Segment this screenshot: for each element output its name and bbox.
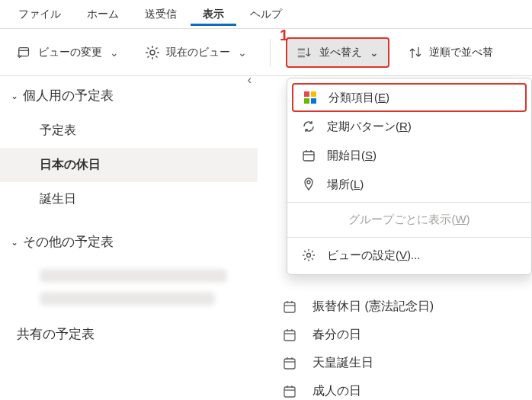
sort-label: 並べ替え — [319, 46, 362, 59]
dd-categories-label: 分類項目(E) — [328, 91, 389, 105]
calendar-icon — [282, 299, 297, 315]
svg-rect-25 — [284, 387, 295, 397]
svg-line-7 — [155, 56, 157, 57]
chevron-down-icon: ⌄ — [110, 46, 119, 59]
calendar-item[interactable]: 日本の休日 — [0, 148, 258, 182]
ribbon-separator — [270, 39, 271, 66]
dd-startdate-label: 開始日(S) — [327, 149, 377, 163]
ribbon: ビューの変更 ⌄ 現在のビュー ⌄ 並べ替え ⌄ 逆順で並べ替 — [0, 29, 532, 76]
svg-line-9 — [155, 47, 157, 49]
svg-rect-11 — [298, 52, 305, 54]
calendar-item[interactable]: 誕生日 — [0, 182, 258, 216]
svg-line-46 — [312, 251, 313, 252]
svg-point-1 — [150, 50, 155, 55]
event-title: 天皇誕生日 — [312, 355, 373, 371]
calendar-icon — [282, 328, 297, 343]
gear-icon — [301, 248, 316, 263]
chevron-down-icon: ⌄ — [11, 91, 18, 101]
menubar: ファイル ホーム 送受信 表示 ヘルプ — [0, 0, 532, 29]
sidebar: ‹ ⌄ 個人用の予定表 予定表 日本の休日 誕生日 ⌄ その他の予定表 共有の予… — [0, 76, 258, 352]
sort-icon — [296, 45, 312, 60]
calendar-icon — [282, 384, 297, 399]
menu-sendrecv[interactable]: 送受信 — [133, 3, 189, 26]
gear-icon — [145, 45, 160, 60]
current-view-button[interactable]: 現在のビュー ⌄ — [137, 39, 255, 66]
change-view-icon — [17, 45, 32, 60]
calendar-icon — [282, 356, 297, 371]
calendar-item[interactable]: 予定表 — [0, 114, 258, 148]
svg-point-38 — [307, 254, 311, 258]
svg-point-37 — [307, 181, 310, 184]
redacted-calendar-item — [40, 269, 227, 283]
calendar-icon — [301, 148, 316, 163]
dropdown-separator — [287, 202, 531, 203]
svg-rect-30 — [311, 91, 316, 97]
recurrence-icon — [301, 119, 316, 134]
annotation-1: 1 — [280, 27, 288, 44]
sort-dropdown: 分類項目(E) 2 定期パターン(R) 開始日(S) 場所(L) グループごとに… — [287, 78, 532, 275]
dd-location-label: 場所(L) — [327, 178, 364, 192]
svg-rect-12 — [298, 55, 305, 57]
event-row[interactable]: 成人の日 — [279, 377, 532, 400]
dd-viewsettings[interactable]: ビューの設定(V)... — [287, 241, 531, 270]
svg-line-45 — [304, 258, 306, 260]
sort-button[interactable]: 並べ替え ⌄ — [286, 37, 389, 68]
svg-rect-29 — [304, 91, 309, 97]
dd-recurrence-label: 定期パターン(R) — [327, 120, 412, 134]
dd-startdate[interactable]: 開始日(S) — [287, 141, 531, 170]
menu-file[interactable]: ファイル — [6, 3, 73, 26]
dd-groupby: グループごとに表示(W) — [287, 206, 531, 234]
section-shared-calendars[interactable]: 共有の予定表 — [0, 315, 258, 352]
dd-categories[interactable]: 分類項目(E) — [292, 83, 527, 112]
chevron-down-icon: ⌄ — [370, 46, 379, 59]
menu-home[interactable]: ホーム — [75, 3, 131, 26]
section-personal-calendars[interactable]: ⌄ 個人用の予定表 — [0, 76, 258, 114]
svg-line-8 — [148, 56, 149, 57]
redacted-calendar-item — [40, 292, 215, 306]
current-view-label: 現在のビュー — [166, 46, 230, 59]
event-row[interactable]: 春分の日 — [279, 321, 532, 349]
change-view-button[interactable]: ビューの変更 ⌄ — [9, 39, 127, 66]
section-other-label: その他の予定表 — [23, 233, 114, 251]
location-icon — [301, 177, 316, 192]
chevron-down-icon: ⌄ — [11, 237, 18, 248]
section-other-calendars[interactable]: ⌄ その他の予定表 — [0, 222, 258, 260]
event-title: 春分の日 — [312, 327, 361, 343]
event-row[interactable]: 天皇誕生日 — [279, 349, 532, 377]
dd-viewsettings-label: ビューの設定(V)... — [327, 248, 421, 263]
section-personal-label: 個人用の予定表 — [23, 87, 114, 104]
svg-line-44 — [312, 258, 313, 260]
menu-help[interactable]: ヘルプ — [238, 3, 294, 26]
svg-rect-17 — [284, 331, 295, 341]
dd-groupby-label: グループごとに表示(W) — [348, 213, 470, 227]
svg-rect-32 — [311, 98, 316, 104]
svg-rect-0 — [19, 47, 29, 56]
change-view-label: ビューの変更 — [38, 46, 102, 59]
svg-rect-13 — [284, 302, 295, 312]
svg-rect-31 — [304, 98, 309, 104]
svg-rect-10 — [298, 48, 305, 50]
dd-location[interactable]: 場所(L) — [287, 170, 531, 199]
svg-rect-33 — [303, 152, 314, 161]
reverse-sort-label: 逆順で並べ替 — [429, 46, 493, 59]
collapse-sidebar-chevron[interactable]: ‹ — [248, 73, 252, 87]
svg-line-6 — [148, 47, 149, 49]
menu-view[interactable]: 表示 — [191, 3, 236, 26]
svg-rect-21 — [284, 359, 295, 369]
event-title: 成人の日 — [312, 383, 361, 399]
svg-line-43 — [304, 251, 306, 252]
dd-recurrence[interactable]: 定期パターン(R) — [287, 112, 531, 141]
chevron-down-icon: ⌄ — [238, 46, 247, 59]
event-title: 振替休日 (憲法記念日) — [312, 299, 434, 315]
categories-icon — [303, 90, 318, 105]
event-row[interactable]: 振替休日 (憲法記念日) — [279, 293, 532, 321]
reverse-sort-icon — [408, 45, 423, 60]
dropdown-separator — [287, 237, 531, 238]
reverse-sort-button[interactable]: 逆順で並べ替 — [400, 39, 501, 66]
